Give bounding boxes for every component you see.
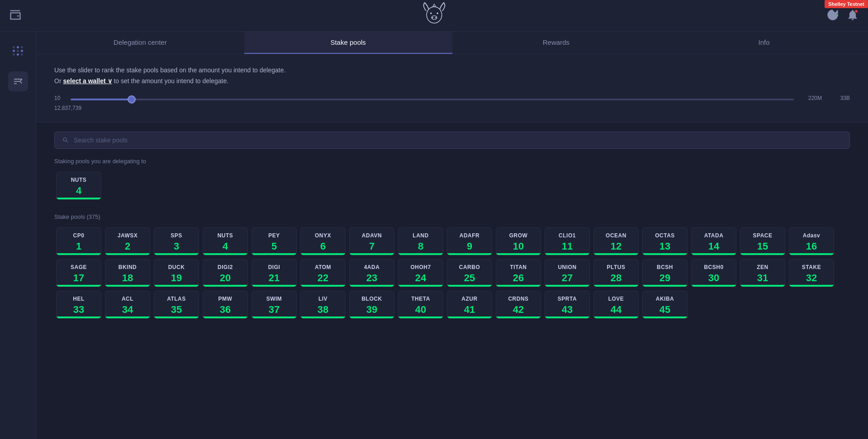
select-wallet-link[interactable]: select a wallet ∨	[63, 77, 112, 85]
wallet-icon[interactable]	[9, 9, 22, 23]
pool-card-pmw[interactable]: PMW 36	[203, 291, 248, 319]
pool-rank: 11	[562, 241, 573, 252]
pool-rank: 33	[73, 304, 84, 316]
pool-card-ocean[interactable]: OCEAN 12	[593, 227, 639, 255]
tab-delegation-center[interactable]: Delegation center	[36, 32, 244, 54]
pool-rank: 18	[122, 272, 133, 284]
pool-card-digi[interactable]: DIGI 21	[251, 259, 297, 287]
pool-card-theta[interactable]: THETA 40	[398, 291, 443, 319]
pool-card-octas[interactable]: OCTAS 13	[642, 227, 688, 255]
pool-card-acl[interactable]: ACL 34	[105, 291, 150, 319]
pool-name: CARBO	[459, 264, 480, 270]
pool-name: OHOH7	[410, 264, 431, 270]
pool-name: CRDNS	[508, 296, 528, 302]
pool-card-land[interactable]: LAND 8	[398, 227, 443, 255]
pool-card-sprta[interactable]: SPRTA 43	[545, 291, 590, 319]
slider-row: 10 220M 33B	[54, 94, 850, 102]
pool-name: ACL	[122, 296, 133, 302]
pool-card-4ada[interactable]: 4ADA 23	[349, 259, 394, 287]
pool-card-duck[interactable]: DUCK 19	[154, 259, 199, 287]
search-input[interactable]	[74, 137, 842, 144]
pool-card-hel[interactable]: HEL 33	[56, 291, 101, 319]
pool-card-atom[interactable]: ATOM 22	[300, 259, 346, 287]
pool-card-cp0[interactable]: CP0 1	[56, 227, 101, 255]
tab-rewards[interactable]: Rewards	[452, 32, 660, 54]
pool-bar	[57, 285, 101, 287]
delegating-pool-bar	[57, 198, 101, 199]
pool-card-pltus[interactable]: PLTUS 28	[593, 259, 639, 287]
pool-rank: 40	[415, 304, 426, 316]
sidebar-dots-icon[interactable]	[8, 41, 28, 61]
pool-card-zen[interactable]: ZEN 31	[740, 259, 785, 287]
pool-card-azur[interactable]: AZUR 41	[447, 291, 492, 319]
pool-card-digi2[interactable]: DIGI2 20	[203, 259, 248, 287]
pool-name: SPACE	[753, 232, 773, 239]
pool-bar	[301, 316, 345, 318]
pool-card-bkind[interactable]: BKIND 18	[105, 259, 150, 287]
pool-name: DUCK	[168, 264, 185, 270]
pool-card-stake[interactable]: STAKE 32	[789, 259, 834, 287]
pool-card-ohoh7[interactable]: OHOH7 24	[398, 259, 443, 287]
pool-bar	[643, 253, 687, 255]
pool-card-sps[interactable]: SPS 3	[154, 227, 199, 255]
pool-rank: 4	[223, 241, 228, 252]
pool-card-block[interactable]: BLOCK 39	[349, 291, 394, 319]
pool-rank: 32	[806, 272, 817, 284]
delegation-slider[interactable]	[71, 99, 794, 100]
pool-bar	[252, 316, 296, 318]
pool-rank: 10	[513, 241, 524, 252]
pool-card-pey[interactable]: PEY 5	[251, 227, 297, 255]
pool-card-liv[interactable]: LIV 38	[300, 291, 346, 319]
pool-card-carbo[interactable]: CARBO 25	[447, 259, 492, 287]
pool-card-nuts[interactable]: NUTS 4	[203, 227, 248, 255]
pool-name: BCSH	[657, 264, 673, 270]
pool-rank: 1	[76, 241, 81, 252]
pool-bar	[496, 316, 541, 318]
pool-card-bcsh0[interactable]: BCSH0 30	[691, 259, 736, 287]
tab-stake-pools[interactable]: Stake pools	[244, 32, 452, 54]
pool-bar	[350, 285, 394, 287]
delegating-pool-nuts[interactable]: NUTS 4	[56, 172, 101, 200]
pool-name: LAND	[413, 232, 428, 239]
search-icon	[62, 137, 69, 144]
pool-rank: 14	[708, 241, 719, 252]
pool-card-love[interactable]: LOVE 44	[593, 291, 639, 319]
pool-card-adavn[interactable]: ADAVN 7	[349, 227, 394, 255]
svg-point-7	[837, 14, 839, 16]
pool-name: ADAVN	[362, 232, 382, 239]
pool-rank: 6	[320, 241, 326, 252]
pool-bar	[447, 253, 492, 255]
pool-bar	[692, 285, 736, 287]
sync-icon[interactable]	[826, 9, 839, 23]
pool-card-adasv[interactable]: Adasv 16	[789, 227, 834, 255]
pool-name: NUTS	[218, 232, 233, 239]
pool-card-swim[interactable]: SWIM 37	[251, 291, 297, 319]
pool-rank: 22	[318, 272, 328, 284]
pool-card-union[interactable]: UNION 27	[545, 259, 590, 287]
pool-card-sage[interactable]: SAGE 17	[56, 259, 101, 287]
pool-bar	[496, 285, 541, 287]
slider-max-label-2: 33B	[827, 95, 850, 101]
bell-icon[interactable]	[846, 9, 859, 23]
pool-card-clio1[interactable]: CLIO1 11	[545, 227, 590, 255]
pool-card-jawsx[interactable]: JAWSX 2	[105, 227, 150, 255]
pool-rank: 27	[562, 272, 573, 284]
pool-bar	[447, 285, 492, 287]
pool-card-bcsh[interactable]: BCSH 29	[642, 259, 688, 287]
pool-name: ONYX	[315, 232, 331, 239]
slider-min-label: 10	[54, 95, 65, 101]
pool-bar	[398, 253, 443, 255]
pool-name: THETA	[411, 296, 430, 302]
tab-info[interactable]: Info	[660, 32, 868, 54]
pool-card-grow[interactable]: GROW 10	[496, 227, 541, 255]
pool-card-crdns[interactable]: CRDNS 42	[496, 291, 541, 319]
pool-card-space[interactable]: SPACE 15	[740, 227, 785, 255]
pool-card-adafr[interactable]: ADAFR 9	[447, 227, 492, 255]
sidebar-item-settings[interactable]	[8, 71, 28, 91]
pool-card-akiba[interactable]: AKIBA 45	[642, 291, 688, 319]
pool-card-atada[interactable]: ATADA 14	[691, 227, 736, 255]
pool-card-titan[interactable]: TITAN 26	[496, 259, 541, 287]
pool-card-atlas[interactable]: ATLAS 35	[154, 291, 199, 319]
pool-name: GROW	[509, 232, 528, 239]
pool-card-onyx[interactable]: ONYX 6	[300, 227, 346, 255]
